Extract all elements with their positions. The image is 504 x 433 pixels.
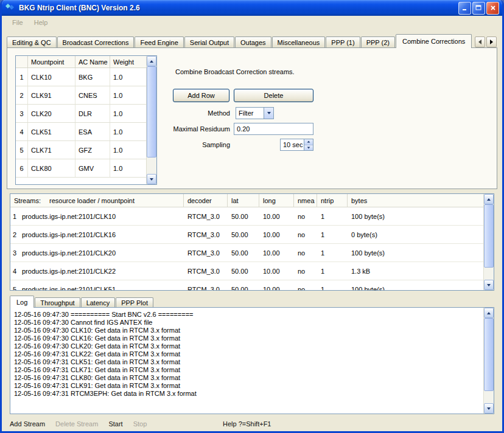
scroll-up-button[interactable] (484, 194, 494, 204)
scrollbar-thumb[interactable] (484, 204, 494, 268)
tab-miscellaneous[interactable]: Miscellaneous (272, 36, 326, 48)
row-number-cell: 5 (10, 280, 18, 290)
scrollbar-track[interactable] (147, 66, 156, 174)
mountpoint-cell: CLK71 (28, 141, 75, 159)
menu-help[interactable]: Help (29, 18, 54, 27)
stream-row[interactable]: 2products.igs-ip.net:2101/CLK16RTCM_3.05… (10, 226, 483, 244)
close-button[interactable] (486, 2, 499, 15)
combine-table-row[interactable]: 6CLK80GMV1.0 (16, 159, 146, 178)
combine-table-row[interactable]: 4CLK51ESA1.0 (16, 123, 146, 141)
tab-log[interactable]: Log (10, 296, 34, 308)
stream-row[interactable]: 3products.igs-ip.net:2101/CLK20RTCM_3.05… (10, 244, 483, 262)
row-number-cell: 1 (10, 207, 18, 225)
log-line: 12-05-16 09:47:30 Cannot find IGS ANTEX … (14, 319, 480, 327)
statusbar-action-start[interactable]: Start (108, 420, 122, 428)
sampling-label: Sampling (141, 141, 230, 148)
lat-header: lat (228, 194, 259, 207)
stream-row[interactable]: 5products.igs-ip.net:2101/CLK51RTCM_3.05… (10, 280, 483, 290)
combine-table: Mountpoint AC Name Weight 1CLK10BKG1.02C… (15, 55, 157, 185)
ntrip-cell: 1 (317, 280, 348, 290)
tab-serial-output[interactable]: Serial Output (184, 36, 234, 48)
tab-broadcast-corrections[interactable]: Broadcast Corrections (57, 36, 135, 48)
tab-latency[interactable]: Latency (81, 297, 116, 308)
main-tab-bar: Editing & QCBroadcast CorrectionsFeed En… (7, 34, 497, 48)
row-number-cell: 3 (16, 105, 28, 122)
combine-description: Combine Broadcast Correction streams. (175, 68, 295, 75)
tab-ppp-2[interactable]: PPP (2) (361, 36, 395, 48)
titlebar[interactable]: BKG Ntrip Client (BNC) Version 2.6 (2, 0, 502, 16)
combine-table-row[interactable]: 1CLK10BKG1.0 (16, 68, 146, 86)
combine-table-row[interactable]: 3CLK20DLR1.0 (16, 105, 146, 123)
log-scrollbar[interactable] (483, 308, 494, 414)
tab-combine-corrections[interactable]: Combine Corrections (396, 34, 472, 48)
scroll-down-button[interactable] (484, 403, 494, 414)
streams-resource-header: Streams: resource loader / mountpoint (10, 194, 184, 207)
combine-table-scrollbar[interactable] (146, 56, 156, 184)
bytes-cell: 100 byte(s) (348, 207, 483, 225)
spin-up-button[interactable] (304, 139, 313, 145)
tab-throughput[interactable]: Throughput (35, 297, 80, 308)
tab-editing-qc[interactable]: Editing & QC (7, 36, 57, 48)
scroll-up-icon (150, 60, 153, 63)
bytes-header: bytes (348, 194, 483, 207)
scrollbar-track[interactable] (484, 204, 494, 280)
row-number-cell: 2 (10, 226, 18, 243)
streams-scrollbar[interactable] (483, 194, 494, 290)
lat-cell: 50.00 (228, 280, 259, 290)
tab-ppp-1[interactable]: PPP (1) (326, 36, 360, 48)
bytes-cell: 100 byte(s) (348, 280, 483, 290)
combine-table-row[interactable]: 2CLK91CNES1.0 (16, 86, 146, 105)
sampling-value: 10 sec (281, 139, 304, 150)
ac-name-cell: BKG (75, 68, 110, 86)
dropdown-arrow-button[interactable] (264, 108, 273, 119)
row-number-header (16, 56, 28, 68)
method-dropdown[interactable]: Filter (236, 107, 274, 119)
add-row-button[interactable]: Add Row (173, 89, 229, 102)
long-cell: 10.00 (259, 244, 294, 262)
menu-bar: FileHelp (2, 16, 502, 29)
menu-file[interactable]: File (7, 18, 29, 27)
long-cell: 10.00 (259, 262, 294, 280)
stream-row[interactable]: 4products.igs-ip.net:2101/CLK22RTCM_3.05… (10, 262, 483, 280)
scroll-down-button[interactable] (147, 174, 156, 184)
log-line: 12-05-16 09:47:30 ========== Start BNC v… (14, 311, 480, 319)
nmea-cell: no (294, 226, 317, 243)
tab-scroll-left-button[interactable] (475, 36, 485, 47)
scroll-up-button[interactable] (147, 56, 156, 66)
spin-down-icon (307, 147, 310, 148)
ntrip-cell: 1 (317, 244, 348, 262)
tab-feed-engine[interactable]: Feed Engine (135, 36, 183, 48)
decoder-cell: RTCM_3.0 (184, 262, 228, 280)
row-number-cell: 1 (16, 68, 28, 86)
tab-ppp-plot[interactable]: PPP Plot (116, 297, 153, 308)
tab-scroll-right-icon (490, 40, 493, 44)
stream-row[interactable]: 1products.igs-ip.net:2101/CLK10RTCM_3.05… (10, 207, 483, 226)
nmea-cell: no (294, 207, 317, 225)
sampling-spinner[interactable]: 10 sec (280, 139, 313, 151)
ac-name-cell: ESA (75, 123, 110, 140)
tab-outages[interactable]: Outages (235, 36, 271, 48)
scrollbar-thumb[interactable] (484, 318, 494, 391)
delete-button[interactable]: Delete (234, 89, 313, 102)
streams-table-body: 1products.igs-ip.net:2101/CLK10RTCM_3.05… (10, 207, 483, 290)
scroll-down-button[interactable] (484, 280, 494, 290)
bytes-cell: 0 byte(s) (348, 226, 483, 243)
scroll-down-icon (150, 178, 153, 181)
streams-table: Streams: resource loader / mountpoint de… (10, 193, 494, 291)
residuum-input[interactable] (234, 123, 313, 135)
mountpoint-cell: CLK91 (28, 86, 75, 104)
spin-down-button[interactable] (304, 145, 313, 151)
statusbar-action-add-stream[interactable]: Add Stream (10, 420, 45, 428)
method-value: Filter (236, 109, 264, 117)
lat-cell: 50.00 (228, 207, 259, 225)
minimize-button[interactable] (458, 2, 471, 15)
scrollbar-track[interactable] (484, 318, 494, 403)
maximize-button[interactable] (472, 2, 485, 15)
scroll-down-icon (487, 284, 491, 286)
tab-scroll-right-button[interactable] (486, 36, 497, 47)
scroll-up-button[interactable] (484, 308, 494, 318)
log-line: 12-05-16 09:47:30 CLK16: Get data in RTC… (14, 334, 480, 342)
combine-table-row[interactable]: 5CLK71GFZ1.0 (16, 141, 146, 159)
log-body[interactable]: 12-05-16 09:47:30 ========== Start BNC v… (10, 308, 483, 414)
scroll-up-icon (487, 312, 491, 314)
